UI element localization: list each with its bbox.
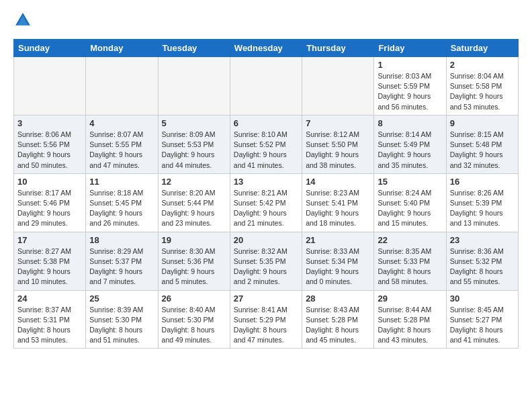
- calendar-cell: 11Sunrise: 8:18 AM Sunset: 5:45 PM Dayli…: [86, 173, 158, 232]
- day-number: 14: [306, 177, 370, 187]
- day-number: 8: [378, 118, 442, 128]
- weekday-header-sunday: Sunday: [14, 40, 86, 57]
- day-info: Sunrise: 8:41 AM Sunset: 5:29 PM Dayligh…: [234, 305, 298, 346]
- calendar-cell: 5Sunrise: 8:09 AM Sunset: 5:53 PM Daylig…: [158, 115, 230, 173]
- day-number: 19: [162, 235, 226, 245]
- day-number: 10: [17, 177, 82, 187]
- day-number: 25: [89, 293, 154, 304]
- day-info: Sunrise: 8:33 AM Sunset: 5:34 PM Dayligh…: [306, 246, 370, 287]
- calendar-cell: 4Sunrise: 8:07 AM Sunset: 5:55 PM Daylig…: [86, 115, 158, 173]
- calendar-week-2: 3Sunrise: 8:06 AM Sunset: 5:56 PM Daylig…: [14, 115, 519, 173]
- day-number: 22: [378, 235, 442, 245]
- day-info: Sunrise: 8:03 AM Sunset: 5:59 PM Dayligh…: [378, 71, 442, 112]
- day-number: 24: [17, 293, 82, 304]
- logo-icon: [13, 11, 32, 30]
- day-info: Sunrise: 8:07 AM Sunset: 5:55 PM Dayligh…: [89, 130, 154, 171]
- calendar-cell: [230, 57, 302, 116]
- calendar-week-1: 1Sunrise: 8:03 AM Sunset: 5:59 PM Daylig…: [14, 57, 519, 116]
- weekday-header-monday: Monday: [86, 40, 158, 57]
- weekday-header-friday: Friday: [374, 40, 446, 57]
- calendar-cell: 21Sunrise: 8:33 AM Sunset: 5:34 PM Dayli…: [302, 232, 374, 290]
- day-info: Sunrise: 8:26 AM Sunset: 5:39 PM Dayligh…: [450, 188, 515, 229]
- day-info: Sunrise: 8:30 AM Sunset: 5:36 PM Dayligh…: [162, 246, 226, 287]
- calendar-cell: [86, 57, 158, 116]
- calendar-cell: 19Sunrise: 8:30 AM Sunset: 5:36 PM Dayli…: [158, 232, 230, 290]
- day-number: 7: [306, 118, 370, 128]
- day-number: 20: [234, 235, 298, 245]
- calendar-cell: 10Sunrise: 8:17 AM Sunset: 5:46 PM Dayli…: [14, 173, 86, 232]
- calendar-cell: 7Sunrise: 8:12 AM Sunset: 5:50 PM Daylig…: [302, 115, 374, 173]
- day-number: 18: [89, 235, 154, 245]
- day-info: Sunrise: 8:17 AM Sunset: 5:46 PM Dayligh…: [17, 188, 82, 229]
- day-info: Sunrise: 8:06 AM Sunset: 5:56 PM Dayligh…: [17, 130, 82, 171]
- calendar-cell: [158, 57, 230, 116]
- day-info: Sunrise: 8:23 AM Sunset: 5:41 PM Dayligh…: [306, 188, 370, 229]
- calendar-cell: 15Sunrise: 8:24 AM Sunset: 5:40 PM Dayli…: [374, 173, 446, 232]
- calendar-cell: 13Sunrise: 8:21 AM Sunset: 5:42 PM Dayli…: [230, 173, 302, 232]
- weekday-header-thursday: Thursday: [302, 40, 374, 57]
- day-info: Sunrise: 8:40 AM Sunset: 5:30 PM Dayligh…: [162, 305, 226, 346]
- weekday-header-tuesday: Tuesday: [158, 40, 230, 57]
- day-info: Sunrise: 8:39 AM Sunset: 5:30 PM Dayligh…: [89, 305, 154, 346]
- day-number: 9: [450, 118, 515, 128]
- day-number: 28: [306, 293, 370, 304]
- day-number: 11: [89, 177, 154, 187]
- logo: [13, 11, 35, 30]
- calendar-cell: 6Sunrise: 8:10 AM Sunset: 5:52 PM Daylig…: [230, 115, 302, 173]
- calendar-cell: 28Sunrise: 8:43 AM Sunset: 5:28 PM Dayli…: [302, 290, 374, 349]
- day-info: Sunrise: 8:10 AM Sunset: 5:52 PM Dayligh…: [234, 130, 298, 171]
- day-info: Sunrise: 8:29 AM Sunset: 5:37 PM Dayligh…: [89, 246, 154, 287]
- calendar-cell: 16Sunrise: 8:26 AM Sunset: 5:39 PM Dayli…: [446, 173, 518, 232]
- day-info: Sunrise: 8:18 AM Sunset: 5:45 PM Dayligh…: [89, 188, 154, 229]
- weekday-header-row: SundayMondayTuesdayWednesdayThursdayFrid…: [14, 40, 519, 57]
- day-number: 1: [378, 60, 442, 70]
- calendar: SundayMondayTuesdayWednesdayThursdayFrid…: [13, 39, 519, 349]
- day-number: 29: [378, 293, 442, 304]
- weekday-header-wednesday: Wednesday: [230, 40, 302, 57]
- day-number: 2: [450, 60, 515, 70]
- calendar-cell: 29Sunrise: 8:44 AM Sunset: 5:28 PM Dayli…: [374, 290, 446, 349]
- calendar-cell: 24Sunrise: 8:37 AM Sunset: 5:31 PM Dayli…: [14, 290, 86, 349]
- calendar-cell: 17Sunrise: 8:27 AM Sunset: 5:38 PM Dayli…: [14, 232, 86, 290]
- day-number: 27: [234, 293, 298, 304]
- day-number: 5: [162, 118, 226, 128]
- calendar-cell: [14, 57, 86, 116]
- calendar-cell: 18Sunrise: 8:29 AM Sunset: 5:37 PM Dayli…: [86, 232, 158, 290]
- calendar-cell: 30Sunrise: 8:45 AM Sunset: 5:27 PM Dayli…: [446, 290, 518, 349]
- day-number: 15: [378, 177, 442, 187]
- day-number: 16: [450, 177, 515, 187]
- calendar-cell: 1Sunrise: 8:03 AM Sunset: 5:59 PM Daylig…: [374, 57, 446, 116]
- calendar-cell: 14Sunrise: 8:23 AM Sunset: 5:41 PM Dayli…: [302, 173, 374, 232]
- day-info: Sunrise: 8:20 AM Sunset: 5:44 PM Dayligh…: [162, 188, 226, 229]
- calendar-cell: 25Sunrise: 8:39 AM Sunset: 5:30 PM Dayli…: [86, 290, 158, 349]
- day-info: Sunrise: 8:45 AM Sunset: 5:27 PM Dayligh…: [450, 305, 515, 346]
- day-number: 26: [162, 293, 226, 304]
- calendar-cell: 20Sunrise: 8:32 AM Sunset: 5:35 PM Dayli…: [230, 232, 302, 290]
- day-info: Sunrise: 8:21 AM Sunset: 5:42 PM Dayligh…: [234, 188, 298, 229]
- page: SundayMondayTuesdayWednesdayThursdayFrid…: [0, 0, 532, 355]
- day-number: 30: [450, 293, 515, 304]
- day-info: Sunrise: 8:37 AM Sunset: 5:31 PM Dayligh…: [17, 305, 82, 346]
- calendar-cell: 8Sunrise: 8:14 AM Sunset: 5:49 PM Daylig…: [374, 115, 446, 173]
- day-number: 6: [234, 118, 298, 128]
- day-info: Sunrise: 8:15 AM Sunset: 5:48 PM Dayligh…: [450, 130, 515, 171]
- day-info: Sunrise: 8:09 AM Sunset: 5:53 PM Dayligh…: [162, 130, 226, 171]
- day-info: Sunrise: 8:44 AM Sunset: 5:28 PM Dayligh…: [378, 305, 442, 346]
- day-number: 21: [306, 235, 370, 245]
- calendar-cell: 23Sunrise: 8:36 AM Sunset: 5:32 PM Dayli…: [446, 232, 518, 290]
- calendar-cell: 26Sunrise: 8:40 AM Sunset: 5:30 PM Dayli…: [158, 290, 230, 349]
- calendar-cell: 22Sunrise: 8:35 AM Sunset: 5:33 PM Dayli…: [374, 232, 446, 290]
- calendar-cell: 12Sunrise: 8:20 AM Sunset: 5:44 PM Dayli…: [158, 173, 230, 232]
- calendar-cell: 2Sunrise: 8:04 AM Sunset: 5:58 PM Daylig…: [446, 57, 518, 116]
- day-info: Sunrise: 8:27 AM Sunset: 5:38 PM Dayligh…: [17, 246, 82, 287]
- day-info: Sunrise: 8:32 AM Sunset: 5:35 PM Dayligh…: [234, 246, 298, 287]
- day-info: Sunrise: 8:24 AM Sunset: 5:40 PM Dayligh…: [378, 188, 442, 229]
- day-number: 12: [162, 177, 226, 187]
- day-number: 3: [17, 118, 82, 128]
- calendar-cell: 9Sunrise: 8:15 AM Sunset: 5:48 PM Daylig…: [446, 115, 518, 173]
- header: [13, 11, 519, 30]
- day-info: Sunrise: 8:35 AM Sunset: 5:33 PM Dayligh…: [378, 246, 442, 287]
- day-info: Sunrise: 8:43 AM Sunset: 5:28 PM Dayligh…: [306, 305, 370, 346]
- day-number: 4: [89, 118, 154, 128]
- calendar-week-3: 10Sunrise: 8:17 AM Sunset: 5:46 PM Dayli…: [14, 173, 519, 232]
